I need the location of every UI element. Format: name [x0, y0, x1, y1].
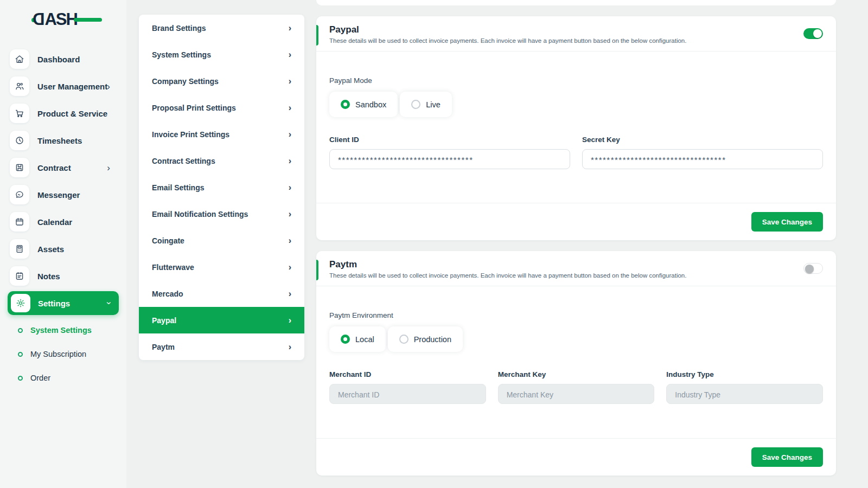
client-id-field-group: Client ID — [329, 136, 570, 169]
paypal-mode-label: Paypal Mode — [329, 76, 823, 85]
menu-item-company-settings[interactable]: Company Settings › — [139, 68, 304, 94]
radio-label: Sandbox — [355, 100, 386, 109]
chevron-right-icon: › — [289, 316, 291, 325]
sidebar-item-label: Settings — [38, 299, 70, 308]
home-icon — [10, 49, 29, 69]
sidebar-item-dashboard[interactable]: Dashboard — [0, 46, 126, 73]
sidebar-subitem-system-settings[interactable]: System Settings — [0, 318, 126, 342]
menu-item-email-settings[interactable]: Email Settings › — [139, 174, 304, 201]
menu-item-label: Brand Settings — [152, 24, 206, 33]
contract-icon — [10, 158, 29, 177]
merchant-key-label: Merchant Key — [498, 370, 655, 378]
chevron-right-icon: › — [289, 103, 291, 113]
sidebar-item-calendar[interactable]: Calendar — [0, 208, 126, 235]
sidebar-item-label: Contract — [37, 163, 71, 172]
paytm-save-button[interactable]: Save Changes — [751, 447, 823, 467]
toggle-knob — [813, 29, 822, 38]
brand-logo-text: DASH — [34, 10, 77, 29]
merchant-id-field-group: Merchant ID — [329, 370, 486, 404]
radio-selected-icon — [341, 335, 350, 344]
brand-logo[interactable]: DASH — [34, 10, 77, 29]
menu-item-label: Invoice Print Settings — [152, 130, 229, 139]
radio-selected-icon — [341, 100, 350, 109]
menu-item-paytm[interactable]: Paytm › — [139, 333, 304, 360]
paytm-title: Paytm — [329, 259, 823, 270]
client-id-input[interactable] — [329, 149, 570, 169]
menu-item-mercado[interactable]: Mercado › — [139, 280, 304, 307]
chevron-right-icon: › — [107, 82, 110, 91]
toggle-knob — [805, 265, 814, 273]
sidebar-item-label: Dashboard — [37, 55, 80, 64]
paytm-environment-label: Paytm Environment — [329, 311, 823, 319]
menu-item-invoice-print-settings[interactable]: Invoice Print Settings › — [139, 121, 304, 147]
chat-icon — [10, 185, 29, 204]
radio-option-live[interactable]: Live — [400, 92, 452, 117]
sidebar-item-settings[interactable]: Settings › — [8, 291, 119, 315]
menu-item-paypal[interactable]: Paypal › — [139, 307, 304, 333]
secret-key-field-group: Secret Key — [582, 136, 823, 169]
cart-icon — [10, 104, 29, 123]
client-id-label: Client ID — [329, 136, 570, 144]
chevron-right-icon: › — [289, 262, 291, 272]
industry-type-input[interactable] — [666, 384, 823, 404]
chevron-right-icon: › — [289, 342, 291, 352]
chevron-right-icon: › — [289, 209, 291, 219]
sidebar-subitem-order[interactable]: Order — [0, 366, 126, 390]
paytm-card-footer: Save Changes — [316, 438, 836, 476]
menu-item-email-notification-settings[interactable]: Email Notification Settings › — [139, 201, 304, 227]
menu-item-label: Email Notification Settings — [152, 210, 248, 219]
accent-bar — [316, 25, 318, 46]
bullet-icon — [18, 376, 23, 381]
merchant-id-input[interactable] — [329, 384, 486, 404]
sidebar-item-messenger[interactable]: Messenger — [0, 181, 126, 208]
chevron-right-icon: › — [289, 236, 291, 246]
previous-card-edge — [316, 0, 836, 5]
merchant-id-label: Merchant ID — [329, 370, 486, 378]
sidebar-item-label: Messenger — [37, 190, 80, 200]
sidebar-item-timesheets[interactable]: Timesheets — [0, 127, 126, 154]
sidebar-nav: Dashboard User Management › Product & Se… — [0, 46, 126, 390]
paypal-mode-options: Sandbox Live — [329, 92, 823, 117]
radio-option-sandbox[interactable]: Sandbox — [329, 92, 398, 117]
industry-type-label: Industry Type — [666, 370, 823, 378]
menu-item-system-settings[interactable]: System Settings › — [139, 41, 304, 68]
chevron-right-icon: › — [289, 50, 291, 60]
calculator-icon — [10, 239, 29, 259]
secret-key-label: Secret Key — [582, 136, 823, 144]
paypal-save-button[interactable]: Save Changes — [751, 212, 823, 232]
merchant-key-input[interactable] — [498, 384, 655, 404]
paytm-enabled-toggle[interactable] — [803, 263, 823, 274]
radio-option-production[interactable]: Production — [388, 326, 463, 352]
menu-item-label: Proposal Print Settings — [152, 104, 236, 112]
menu-item-label: Flutterwave — [152, 263, 194, 272]
chevron-right-icon: › — [289, 23, 291, 33]
radio-option-local[interactable]: Local — [329, 326, 386, 352]
paytm-fields: Merchant ID Merchant Key Industry Type — [329, 370, 823, 404]
accent-bar — [316, 260, 318, 280]
menu-item-contract-settings[interactable]: Contract Settings › — [139, 147, 304, 174]
paypal-card: Paypal These details will be used to col… — [316, 16, 836, 240]
sidebar-subitem-my-subscription[interactable]: My Subscription — [0, 342, 126, 366]
menu-item-flutterwave[interactable]: Flutterwave › — [139, 254, 304, 280]
radio-label: Live — [426, 100, 441, 109]
paytm-card: Paytm These details will be used to coll… — [316, 251, 836, 476]
sidebar-item-contract[interactable]: Contract › — [0, 154, 126, 181]
menu-item-label: Paytm — [152, 343, 175, 351]
sidebar-item-label: Product & Service — [37, 109, 107, 118]
paypal-card-body: Paypal Mode Sandbox Live Client ID Secre… — [316, 52, 836, 169]
menu-item-proposal-print-settings[interactable]: Proposal Print Settings › — [139, 94, 304, 121]
paypal-enabled-toggle[interactable] — [803, 28, 823, 39]
sidebar-item-label: Calendar — [37, 217, 72, 227]
paypal-title: Paypal — [329, 24, 823, 35]
paytm-environment-options: Local Production — [329, 326, 823, 352]
users-icon — [10, 76, 29, 96]
menu-item-label: Mercado — [152, 290, 183, 298]
paytm-card-body: Paytm Environment Local Production Merch… — [316, 286, 836, 404]
sidebar-item-user-management[interactable]: User Management › — [0, 73, 126, 100]
secret-key-input[interactable] — [582, 149, 823, 169]
sidebar-item-product-service[interactable]: Product & Service — [0, 100, 126, 127]
menu-item-brand-settings[interactable]: Brand Settings › — [139, 15, 304, 41]
sidebar-item-notes[interactable]: Notes — [0, 262, 126, 290]
sidebar-item-assets[interactable]: Assets — [0, 235, 126, 262]
menu-item-coingate[interactable]: Coingate › — [139, 227, 304, 254]
